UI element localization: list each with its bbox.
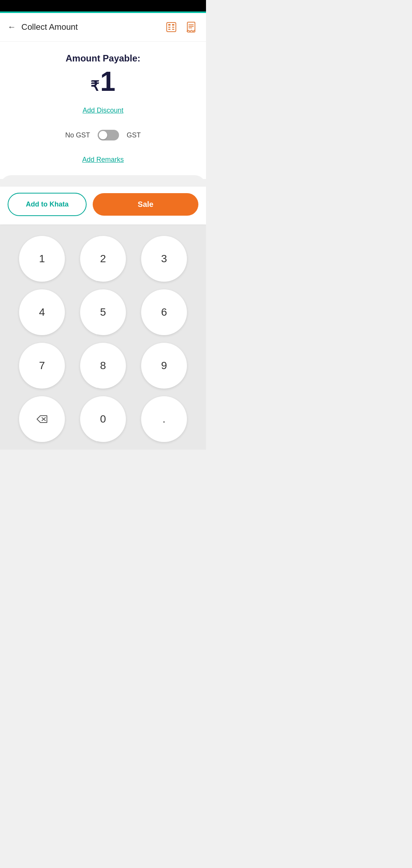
svg-rect-6: [172, 29, 174, 30]
svg-rect-5: [168, 29, 171, 30]
gst-label: GST: [127, 131, 141, 139]
add-to-khata-button[interactable]: Add to Khata: [8, 193, 87, 216]
back-button[interactable]: ←: [8, 22, 16, 32]
amount-value-display: ₹ 1: [90, 68, 115, 95]
keypad-row-3: 7 8 9: [15, 343, 191, 389]
toggle-track: [98, 130, 119, 140]
header-left: ← Collect Amount: [8, 22, 78, 32]
no-gst-label: No GST: [65, 131, 90, 139]
key-backspace[interactable]: [19, 396, 65, 442]
key-6[interactable]: 6: [141, 289, 187, 335]
add-remarks-link[interactable]: Add Remarks: [82, 156, 124, 164]
gst-toggle-row: No GST GST: [65, 130, 141, 140]
keypad-row-1: 1 2 3: [15, 236, 191, 282]
amount-number: 1: [100, 68, 115, 95]
key-1[interactable]: 1: [19, 236, 65, 282]
key-0[interactable]: 0: [80, 396, 126, 442]
page-title: Collect Amount: [21, 22, 78, 32]
svg-rect-2: [172, 24, 174, 26]
sale-button[interactable]: Sale: [93, 193, 198, 216]
svg-rect-3: [168, 27, 171, 28]
curve-separator: [0, 175, 206, 187]
receipt-icon-button[interactable]: [184, 20, 198, 34]
header: ← Collect Amount: [0, 13, 206, 42]
keypad-row-2: 4 5 6: [15, 289, 191, 335]
toggle-thumb: [99, 131, 107, 139]
svg-rect-0: [167, 23, 176, 32]
key-2[interactable]: 2: [80, 236, 126, 282]
keypad-area: 1 2 3 4 5 6 7 8 9 0 .: [0, 224, 206, 450]
key-7[interactable]: 7: [19, 343, 65, 389]
svg-rect-1: [168, 24, 171, 26]
key-5[interactable]: 5: [80, 289, 126, 335]
key-8[interactable]: 8: [80, 343, 126, 389]
buttons-area: Add to Khata Sale: [0, 187, 206, 224]
keypad-row-4: 0 .: [15, 396, 191, 442]
key-dot[interactable]: .: [141, 396, 187, 442]
amount-payable-label: Amount Payable:: [66, 53, 140, 64]
key-4[interactable]: 4: [19, 289, 65, 335]
key-3[interactable]: 3: [141, 236, 187, 282]
key-9[interactable]: 9: [141, 343, 187, 389]
calculator-icon-button[interactable]: [164, 20, 179, 34]
gst-toggle[interactable]: [98, 130, 119, 140]
header-icons: [164, 20, 198, 34]
status-bar: [0, 0, 206, 11]
main-content: Amount Payable: ₹ 1 Add Discount No GST …: [0, 42, 206, 179]
currency-symbol: ₹: [90, 79, 99, 93]
add-discount-link[interactable]: Add Discount: [82, 106, 123, 115]
svg-rect-4: [172, 27, 174, 28]
